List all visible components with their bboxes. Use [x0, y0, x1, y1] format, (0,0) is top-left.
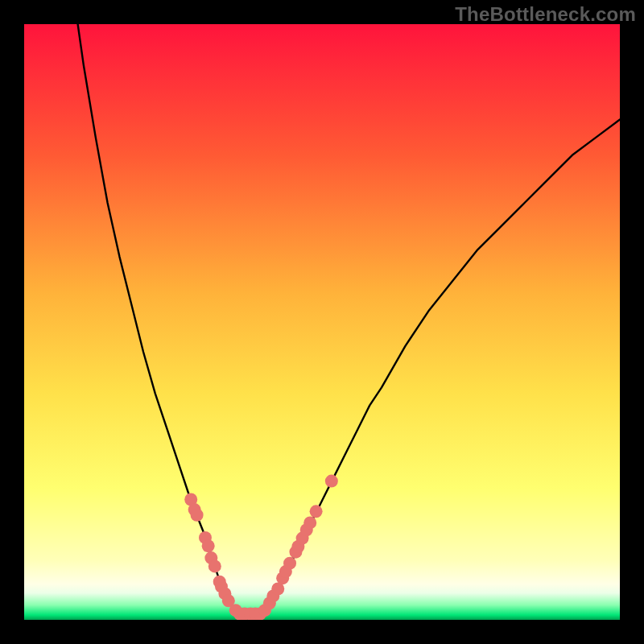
chart-container: TheBottleneck.com: [0, 0, 644, 644]
marker-dot: [325, 475, 338, 488]
marker-dot: [191, 509, 204, 522]
marker-dot: [283, 557, 296, 570]
marker-dot: [208, 559, 221, 572]
plot-frame: [24, 24, 620, 620]
plot-svg: [24, 24, 620, 620]
marker-dot: [310, 505, 323, 518]
marker-dot: [303, 516, 316, 529]
marker-dot: [202, 539, 215, 552]
watermark-text: TheBottleneck.com: [455, 3, 636, 26]
gradient-background: [24, 24, 620, 620]
